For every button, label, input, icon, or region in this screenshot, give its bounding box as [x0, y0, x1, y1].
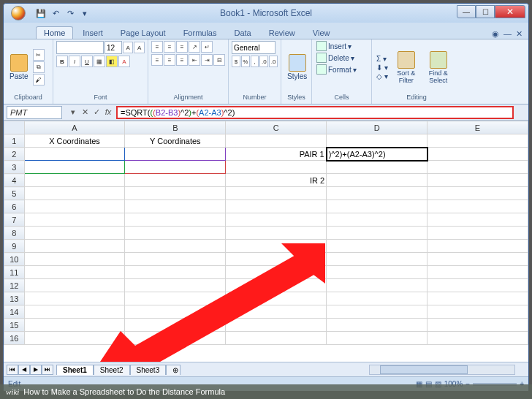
col-header-a[interactable]: A	[24, 121, 125, 134]
cell[interactable]	[327, 279, 428, 292]
row-header[interactable]: 2	[4, 148, 25, 161]
italic-button[interactable]: I	[69, 56, 80, 67]
cell[interactable]	[327, 134, 428, 148]
cell[interactable]	[428, 279, 528, 292]
tab-view[interactable]: View	[305, 26, 338, 39]
col-header-d[interactable]: D	[327, 121, 428, 134]
horizontal-scrollbar[interactable]	[369, 365, 515, 375]
cell-C4[interactable]: IR 2	[226, 174, 327, 187]
cell[interactable]	[24, 332, 125, 345]
increase-indent-icon[interactable]: ⇥	[201, 54, 213, 66]
tab-page-layout[interactable]: Page Layout	[113, 26, 174, 39]
cell[interactable]	[428, 148, 528, 161]
spreadsheet-grid[interactable]: A B C D E 1 X Coordinates Y Coordinates …	[4, 121, 528, 345]
fill-color-icon[interactable]: ◧	[106, 56, 118, 67]
cell[interactable]	[327, 332, 428, 345]
decrease-decimal-icon[interactable]: .0	[269, 56, 278, 67]
cell[interactable]	[327, 200, 428, 213]
cell[interactable]	[24, 266, 125, 279]
sheet-nav-first-icon[interactable]: ⏮	[7, 365, 18, 375]
cell[interactable]	[125, 200, 226, 213]
row-header[interactable]: 11	[4, 266, 25, 279]
cell[interactable]	[226, 213, 327, 227]
maximize-button[interactable]: ☐	[476, 5, 495, 18]
fx-icon[interactable]: fx	[103, 107, 113, 117]
name-box[interactable]: PMT	[7, 106, 62, 119]
cell[interactable]	[327, 240, 428, 253]
cell[interactable]	[327, 305, 428, 319]
decrease-indent-icon[interactable]: ⇤	[189, 54, 200, 66]
row-header[interactable]: 7	[4, 213, 25, 227]
cell-B2[interactable]	[125, 148, 226, 161]
cut-icon[interactable]: ✂	[33, 49, 45, 61]
cell[interactable]	[327, 161, 428, 174]
paste-button[interactable]: Paste	[7, 53, 31, 82]
currency-icon[interactable]: $	[232, 56, 240, 67]
cell[interactable]	[226, 332, 327, 345]
save-icon[interactable]: 💾	[34, 7, 48, 20]
cell[interactable]	[125, 292, 226, 305]
row-header[interactable]: 15	[4, 319, 25, 332]
row-header[interactable]: 13	[4, 292, 25, 305]
cell-C2[interactable]: PAIR 1	[226, 148, 327, 161]
tab-formulas[interactable]: Formulas	[175, 26, 225, 39]
sheet-tab-1[interactable]: Sheet1	[56, 365, 94, 375]
cell[interactable]	[24, 187, 125, 200]
col-header-e[interactable]: E	[428, 121, 528, 134]
merge-center-icon[interactable]: ⊟	[213, 54, 225, 66]
fill-button[interactable]: ⬇ ▾	[375, 64, 390, 72]
cell[interactable]	[24, 253, 125, 266]
copy-icon[interactable]: ⧉	[33, 61, 45, 73]
minimize-ribbon-icon[interactable]: —	[503, 29, 512, 39]
cell[interactable]	[428, 266, 528, 279]
tab-insert[interactable]: Insert	[75, 26, 111, 39]
sheet-tab-3[interactable]: Sheet3	[130, 365, 167, 375]
cell[interactable]	[428, 240, 528, 253]
sort-filter-button[interactable]: Sort & Filter	[391, 50, 422, 86]
find-select-button[interactable]: Find & Select	[423, 50, 454, 86]
cell[interactable]	[226, 266, 327, 279]
cell[interactable]	[24, 319, 125, 332]
undo-icon[interactable]: ↶	[49, 7, 62, 20]
col-header-c[interactable]: C	[226, 121, 327, 134]
cell[interactable]	[226, 200, 327, 213]
cell[interactable]	[125, 240, 226, 253]
cell[interactable]	[24, 200, 125, 213]
row-header[interactable]: 1	[4, 134, 25, 148]
cell[interactable]	[428, 319, 528, 332]
sheet-nav-prev-icon[interactable]: ◀	[18, 365, 30, 375]
cell[interactable]	[428, 134, 528, 148]
align-right-icon[interactable]: ≡	[176, 54, 188, 66]
cell[interactable]	[125, 305, 226, 319]
number-format-box[interactable]: General	[232, 41, 276, 54]
align-top-icon[interactable]: ≡	[151, 41, 163, 53]
cell[interactable]	[125, 279, 226, 292]
tab-home[interactable]: Home	[36, 26, 73, 39]
clear-button[interactable]: ◇ ▾	[375, 72, 390, 80]
cell[interactable]	[24, 292, 125, 305]
help-icon[interactable]: ◉	[492, 29, 499, 39]
row-header[interactable]: 12	[4, 279, 25, 292]
cell-D2-active[interactable]: )^2)+(A2-A3)^2)	[327, 148, 428, 161]
styles-button[interactable]: Styles	[284, 53, 310, 82]
align-bottom-icon[interactable]: ≡	[176, 41, 188, 53]
cell[interactable]	[428, 305, 528, 319]
cell[interactable]	[226, 253, 327, 266]
row-header[interactable]: 9	[4, 240, 25, 253]
comma-icon[interactable]: ,	[251, 56, 259, 67]
cell[interactable]	[24, 305, 125, 319]
row-header[interactable]: 16	[4, 332, 25, 345]
cell-B1[interactable]: Y Coordinates	[125, 134, 226, 148]
cell[interactable]	[125, 213, 226, 227]
name-dropdown-icon[interactable]: ▾	[68, 107, 78, 117]
orientation-icon[interactable]: ↗	[189, 41, 200, 53]
select-all-corner[interactable]	[4, 121, 25, 134]
delete-cells-button[interactable]: Delete▾	[315, 53, 368, 63]
doc-close-icon[interactable]: ✕	[516, 29, 522, 39]
sheet-nav-last-icon[interactable]: ⏭	[42, 365, 53, 375]
tab-review[interactable]: Review	[261, 26, 303, 39]
cell[interactable]	[125, 266, 226, 279]
cell[interactable]	[327, 292, 428, 305]
cell-B3[interactable]	[125, 161, 226, 174]
row-header[interactable]: 10	[4, 253, 25, 266]
